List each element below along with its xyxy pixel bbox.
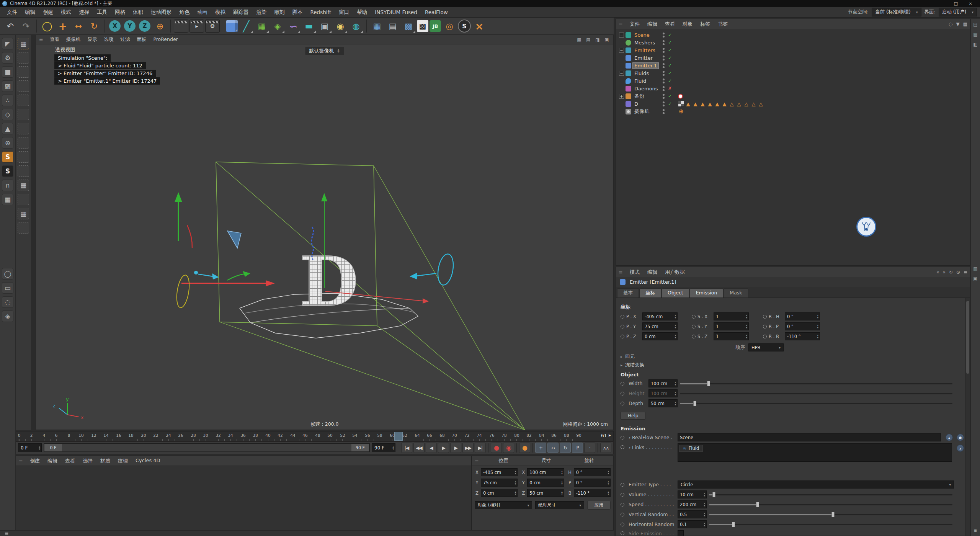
value-slider[interactable] xyxy=(680,393,952,394)
autokey-button[interactable]: ◉ xyxy=(503,443,514,453)
object-name-label[interactable]: Scene xyxy=(633,32,651,38)
coordinate-field[interactable]: S . Y 1▴▾ xyxy=(692,322,759,330)
spinner-icon[interactable]: ▴▾ xyxy=(392,446,394,450)
animation-dot-icon[interactable] xyxy=(621,493,624,497)
menu-item[interactable]: 网格 xyxy=(111,7,129,17)
undo-button[interactable]: ↶ xyxy=(3,19,18,33)
links-field[interactable]: › Links . . . . . . . . . ≈Fluid ▴ xyxy=(621,443,965,462)
dock-material-icon[interactable]: ▣ xyxy=(973,276,977,281)
viewport-solo-button[interactable]: ◤ xyxy=(2,38,13,49)
record-scale-toggle[interactable]: ↔ xyxy=(547,443,559,453)
enable-mark[interactable]: ✓ xyxy=(667,55,673,60)
menu-item[interactable]: Redshift xyxy=(307,8,335,17)
enable-mark[interactable]: ✓ xyxy=(667,47,673,53)
material-menu-item[interactable]: 选择 xyxy=(79,457,96,465)
horizontal-random-field[interactable]: Horizontal Random 0.1▴▾ xyxy=(621,520,965,528)
visibility-dots[interactable] xyxy=(663,94,665,99)
object-name-label[interactable]: Emitter.1 xyxy=(633,63,658,69)
spinner-icon[interactable]: ▴▾ xyxy=(704,522,705,527)
volume-builder-button[interactable]: ▩ xyxy=(401,19,416,33)
object-name-label[interactable]: Emitters xyxy=(633,47,657,53)
expander-icon[interactable]: − xyxy=(619,33,624,38)
visibility-dots[interactable] xyxy=(663,71,665,76)
spinner-icon[interactable]: ▴▾ xyxy=(704,512,705,517)
menu-item[interactable]: 动画 xyxy=(193,7,211,17)
object-row-emitter[interactable]: Emitter ✓ xyxy=(616,54,970,62)
object-tag-icon[interactable]: ▲ xyxy=(721,101,728,107)
camera-object-button[interactable]: ▣ xyxy=(317,19,332,33)
rotation-field[interactable]: B-110 °▴▾ xyxy=(568,489,611,497)
polygon-selection-button[interactable]: ◈ xyxy=(2,310,13,322)
preview-range-slider[interactable]: 0 F 90 F xyxy=(44,443,370,452)
animation-dot-icon[interactable] xyxy=(692,315,696,319)
palette2-slot-2[interactable] xyxy=(18,52,29,64)
sky-object-button[interactable]: ◍ xyxy=(349,19,363,33)
animation-dot-icon[interactable] xyxy=(621,513,624,516)
workplane-button[interactable]: ▦ xyxy=(2,194,13,205)
gyroscope-plugin-button[interactable]: ◎ xyxy=(442,19,457,33)
spinner-icon[interactable]: ▴▾ xyxy=(817,334,818,339)
menu-item[interactable]: 选择 xyxy=(75,7,93,17)
object-row-daemons[interactable]: Daemons ✗ xyxy=(616,85,970,92)
animation-dot-icon[interactable] xyxy=(621,325,624,328)
xparticles-button[interactable]: × xyxy=(472,19,487,33)
object-menu-item[interactable]: 对象 xyxy=(679,20,696,28)
animation-dot-icon[interactable] xyxy=(692,335,696,338)
range-end-field[interactable]: 90 F▴▾ xyxy=(372,443,395,452)
visibility-dots[interactable] xyxy=(663,48,665,53)
width-field[interactable]: Width 100 cm▴▾ xyxy=(621,379,965,387)
range-start-grip[interactable]: 0 F xyxy=(44,444,62,451)
redo-button[interactable]: ↷ xyxy=(19,19,33,33)
enable-mark[interactable]: ✓ xyxy=(667,78,673,83)
object-row-camera[interactable]: 摄像机 ⊕ xyxy=(616,108,970,115)
record-keyframe-button[interactable]: ● xyxy=(491,443,502,453)
spinner-icon[interactable]: ▴▾ xyxy=(561,480,563,485)
menu-item[interactable]: 脚本 xyxy=(289,7,307,17)
record-position-toggle[interactable]: + xyxy=(535,443,546,453)
search-icon[interactable]: ◌ xyxy=(949,21,952,27)
spinner-icon[interactable]: ▴▾ xyxy=(675,334,676,339)
coordinate-field[interactable]: P . Y 75 cm▴▾ xyxy=(621,322,688,330)
spinner-icon[interactable]: ▴▾ xyxy=(704,492,705,497)
tab-basic[interactable]: 基本 xyxy=(617,288,639,297)
value-slider[interactable] xyxy=(680,403,952,404)
visibility-dots[interactable] xyxy=(663,33,665,38)
close-button[interactable]: × xyxy=(963,0,978,7)
object-row-emitters[interactable]: − Emitters ✓ xyxy=(616,46,970,54)
visibility-dots[interactable] xyxy=(663,109,665,114)
vertical-random-field[interactable]: Vertical Random . . 0.5▴▾ xyxy=(621,510,965,518)
rectangle-selection-button[interactable]: ▭ xyxy=(2,282,13,294)
spinner-icon[interactable]: ▴▾ xyxy=(675,401,676,406)
object-row-scene[interactable]: − Scene ✓ xyxy=(616,31,970,39)
lock-x-axis-button[interactable]: X xyxy=(109,20,121,32)
lock-z-axis-button[interactable]: Z xyxy=(139,20,150,32)
size-mode-dropdown[interactable]: 绝对尺寸▾ xyxy=(535,501,584,509)
help-button[interactable]: Help xyxy=(621,412,645,420)
object-tag-icon[interactable] xyxy=(678,101,684,107)
palette2-slot-9[interactable] xyxy=(18,151,29,163)
quaternion-fold[interactable]: ▸四元 xyxy=(621,353,965,360)
object-name-label[interactable]: Emitter xyxy=(633,55,654,61)
panel-menu-icon[interactable]: ≡ xyxy=(19,458,23,464)
emitter-type-dropdown[interactable]: Circle▾ xyxy=(678,480,954,489)
next-key-button[interactable]: ▶▶ xyxy=(462,443,474,453)
visibility-dots[interactable] xyxy=(663,56,665,60)
panel-menu-icon[interactable]: ≡ xyxy=(619,21,623,27)
spinner-icon[interactable]: ▴▾ xyxy=(746,334,747,339)
animation-dot-icon[interactable] xyxy=(621,445,624,449)
position-field[interactable]: Z0 cm▴▾ xyxy=(475,489,518,497)
animation-dot-icon[interactable] xyxy=(763,315,767,319)
model-mode-button[interactable]: ■ xyxy=(2,66,13,78)
object-row-d[interactable]: D ✓ ▲▲▲▲▲▲△△△△△ xyxy=(616,100,970,108)
render-picture-viewer-button[interactable]: ▸ xyxy=(189,20,204,33)
spinner-icon[interactable]: ▴▾ xyxy=(675,391,676,396)
viewport-menu-item[interactable]: 选项 xyxy=(100,36,117,44)
palette2-slot-6[interactable] xyxy=(18,109,29,120)
height-field[interactable]: Height 100 cm▴▾ xyxy=(621,389,965,397)
preview-range-bar[interactable] xyxy=(44,444,369,451)
rotate-tool[interactable]: ↻ xyxy=(87,19,101,33)
range-end-grip[interactable]: 90 F xyxy=(351,444,369,451)
spinner-icon[interactable]: ▴▾ xyxy=(608,470,609,475)
value-slider[interactable] xyxy=(709,494,952,495)
coord-mode-dropdown[interactable]: 对象 (相对)▾ xyxy=(475,501,532,509)
